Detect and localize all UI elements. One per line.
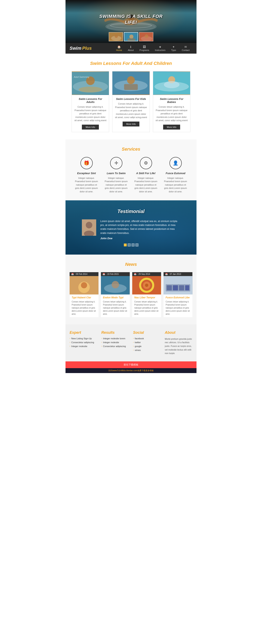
news-card-title-2: Nau Liber Tempor: [134, 296, 159, 299]
nav-programs-label: Programs: [140, 49, 149, 51]
card-img-babies: [153, 72, 190, 95]
watermark: 访问www.5分钟bbs.klenlao.com免费下载更多模板: [66, 368, 196, 373]
footer-results-link-1[interactable]: › Integer molestie: [101, 341, 129, 344]
service-title-3: Fusce Eulsmod: [163, 172, 188, 175]
services-row: 🎁 Excepteur Sint Integer natoque. Praese…: [72, 157, 190, 194]
testimonial-avatar: [82, 219, 96, 236]
arrow-icon-r0: ›: [101, 337, 102, 340]
lesson-card-kids: Swim Lessons For Kids Consec tetuer adip…: [112, 71, 150, 132]
svg-point-33: [81, 282, 87, 288]
footer-results-link-0[interactable]: › Integer molestie lorem: [101, 337, 129, 340]
nav-contact[interactable]: ✉ Contact: [179, 44, 192, 53]
typo-icon: ✦: [172, 45, 175, 48]
hero-thumb-1[interactable]: [109, 32, 123, 41]
more-info-kids[interactable]: More Info: [122, 122, 140, 126]
lesson-card-babies: Swim Lessons For Babies Consec tetuer ad…: [153, 71, 190, 132]
hero-section: SWIMMING IS A SKILL FOR LIFE!: [66, 0, 196, 43]
news-img-1: [101, 276, 130, 294]
svg-point-22: [127, 76, 135, 84]
news-card-text-0: Consec tetuer adipicing it. Praesebul lo…: [72, 300, 96, 316]
dot-1[interactable]: [124, 244, 127, 246]
arrow-icon-r2: ›: [101, 345, 102, 347]
testimonial-text-block: Lorem ipsum dolor sit amet, offendit vol…: [100, 219, 180, 240]
dot-2[interactable]: [128, 244, 130, 246]
footer-about-text: Morbi pretium gravida justo nec ultrices…: [165, 337, 192, 355]
nav-typo-label: Typo: [171, 49, 176, 51]
footer-grid: Expert › New Listing Sign-Up › Consectet…: [70, 330, 192, 355]
footer-results-link-2[interactable]: › Consectetur adipiscing: [101, 345, 129, 348]
more-info-adults[interactable]: More Info: [82, 125, 99, 130]
svg-point-29: [86, 222, 92, 228]
nav-contact-label: Contact: [182, 49, 190, 51]
service-title-2: A Skill For Life!: [133, 172, 159, 175]
svg-text:Adult Swimming: Adult Swimming: [74, 76, 89, 78]
card-text-kids: Consec tetuer adipicing it. Praesebul lo…: [115, 102, 147, 119]
nav-typo[interactable]: ✦ Typo: [168, 44, 179, 53]
news-card-3: 📅 : 07 Jan 2013 Fusco Eulsmod Libe Conse…: [164, 272, 192, 317]
testimonial-section: Testimonial Lorem ipsum dolor sit amet, …: [66, 200, 196, 254]
news-body-2: Nau Liber Tempor Consec tetuer adipicing…: [132, 294, 161, 317]
testimonial-title: Testimonial: [76, 208, 186, 214]
testimonial-author: John Doe: [100, 237, 180, 240]
lessons-title: Swim Lessons For Adult And Children: [72, 61, 190, 66]
svg-point-11: [127, 38, 136, 41]
more-info-babies[interactable]: More Info: [163, 125, 180, 130]
news-date-3: 📅 : 07 Jan 2013: [164, 272, 192, 276]
footer-about: About Morbi pretium gravida justo nec ul…: [165, 330, 192, 355]
brand-logo[interactable]: SwimPlus: [70, 46, 92, 51]
news-date-1: 📅 : 19 Feb 2015: [101, 272, 130, 276]
dot-4[interactable]: [136, 244, 138, 246]
svg-point-40: [145, 284, 148, 287]
testimonial-inner: Lorem ipsum dolor sit amet, offendit vol…: [82, 219, 180, 240]
footer-social-twitter[interactable]: › twitter: [133, 341, 161, 344]
hero-thumb-3[interactable]: [139, 32, 153, 41]
news-card-2: 📅 : 29 Sep 2014 Nau Liber Tempor Consec …: [132, 272, 161, 317]
footer-social-facebook[interactable]: › facebook: [133, 337, 161, 340]
service-text-0: Integer natoque. Praesebul lorem ipsum n…: [74, 176, 99, 194]
nav-programs[interactable]: 🖼 Programs: [136, 44, 152, 53]
svg-point-14: [145, 34, 148, 38]
footer-expert: Expert › New Listing Sign-Up › Consectet…: [70, 330, 97, 355]
dot-3[interactable]: [132, 244, 134, 246]
card-text-babies: Consec tetuer adipicing it. Praesebul lo…: [156, 105, 188, 122]
footer-expert-title: Expert: [70, 330, 97, 335]
brand-plus: Plus: [82, 46, 92, 51]
footer-expert-link-1[interactable]: › Consectetur adipiscing: [70, 341, 97, 344]
nav-about[interactable]: ℹ About: [125, 44, 136, 53]
footer-expert-link-0[interactable]: › New Listing Sign-Up: [70, 337, 97, 340]
services-title: Services: [72, 146, 190, 152]
footer-social-title: Social: [133, 330, 161, 335]
lesson-cards: Adult Swimming Swim Lessons For Adults C…: [72, 71, 190, 132]
nav-instructors[interactable]: ★ Instructors: [152, 44, 168, 53]
bottom-banner[interactable]: 前往下载模板: [66, 362, 196, 368]
home-icon: 🏠: [117, 45, 121, 48]
footer-social-google[interactable]: › google: [133, 345, 161, 348]
svg-point-27: [164, 81, 179, 88]
footer-expert-link-2[interactable]: › Integer molestie: [70, 345, 97, 348]
footer-social-vimeo[interactable]: › vimeo: [133, 349, 161, 351]
nav-home-label: Home: [116, 49, 122, 51]
hero-title: SWIMMING IS A SKILL FOR LIFE!: [99, 14, 162, 25]
news-img-2: [132, 276, 161, 294]
news-title: News: [70, 262, 192, 267]
service-title-1: Learn To Swim: [103, 172, 129, 175]
testimonial-quote: Lorem ipsum dolor sit amet, offendit vol…: [100, 219, 180, 235]
news-img-0: [70, 276, 98, 294]
programs-icon: 🖼: [143, 45, 146, 48]
news-date-0: 📅 : 09 Feb 2014: [70, 272, 98, 276]
testimonial-content: Testimonial Lorem ipsum dolor sit amet, …: [76, 208, 186, 246]
arrow-icon-1: ›: [70, 341, 70, 344]
footer-results-title: Results: [101, 330, 129, 335]
svg-rect-46: [185, 285, 189, 290]
arrow-icon-s0: ›: [133, 337, 134, 340]
services-section: Services 🎁 Excepteur Sint Integer natoqu…: [66, 139, 196, 200]
card-body-kids: Swim Lessons For Kids Consec tetuer adip…: [112, 95, 150, 129]
service-item-1: ✛ Learn To Swim Integer natoque. Praeseb…: [101, 157, 131, 194]
news-card-title-3: Fusco Eulsmod Libe: [166, 296, 190, 299]
brand-swim: Swim: [70, 46, 81, 51]
nav-home[interactable]: 🏠 Home: [113, 44, 125, 53]
calendar-icon-0: 📅: [71, 273, 74, 275]
hero-thumb-2[interactable]: [124, 32, 138, 41]
instructors-icon: ★: [159, 45, 162, 48]
news-body-1: Eodon Modo Typi Consec tetuer adipicing …: [101, 294, 130, 317]
